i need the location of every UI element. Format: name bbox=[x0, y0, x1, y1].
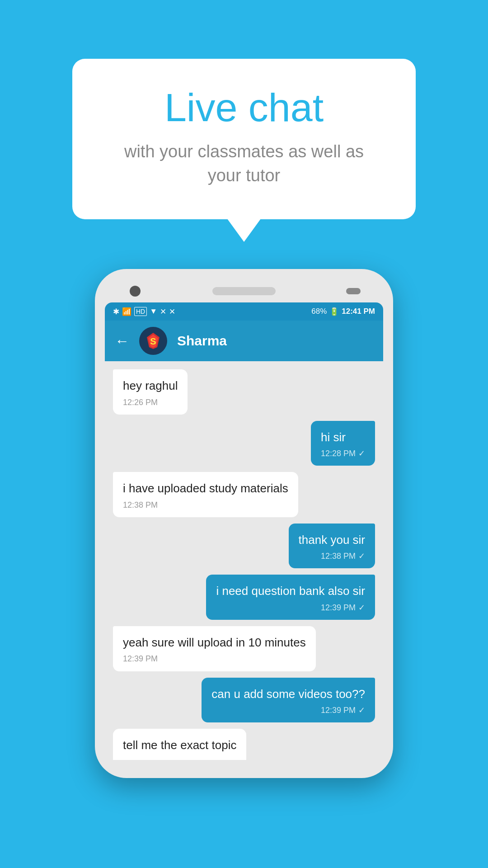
message-text-2: hi sir bbox=[321, 429, 365, 445]
message-text-4: thank you sir bbox=[299, 532, 365, 548]
phone-top-area bbox=[105, 279, 383, 302]
check-icon-4: ✓ bbox=[358, 551, 365, 562]
message-text-6: yeah sure will upload in 10 minutes bbox=[123, 634, 306, 651]
battery-percent: 68% bbox=[311, 307, 327, 316]
message-time-4: 12:38 PM✓ bbox=[299, 551, 365, 562]
message-time-1: 12:26 PM bbox=[123, 397, 178, 408]
message-text-1: hey raghul bbox=[123, 377, 178, 394]
network2-icon: ✕ bbox=[169, 307, 175, 316]
message-text-7: can u add some videos too?? bbox=[211, 686, 365, 702]
speech-bubble-card: Live chat with your classmates as well a… bbox=[72, 59, 416, 219]
message-row-1: hey raghul12:26 PM bbox=[113, 369, 375, 415]
message-row-6: yeah sure will upload in 10 minutes12:39… bbox=[113, 626, 375, 671]
bubble-1: hey raghul12:26 PM bbox=[113, 369, 188, 415]
message-row-7: can u add some videos too??12:39 PM✓ bbox=[113, 678, 375, 723]
bubble-6: yeah sure will upload in 10 minutes12:39… bbox=[113, 626, 316, 671]
bubble-4: thank you sir12:38 PM✓ bbox=[289, 524, 375, 569]
status-bar: ✱ 📶 HD ▼ ✕ ✕ 68% 🔋 12:41 PM bbox=[105, 302, 383, 321]
live-chat-title: Live chat bbox=[108, 86, 380, 130]
live-chat-subtitle: with your classmates as well as your tut… bbox=[108, 140, 380, 188]
check-icon-7: ✓ bbox=[358, 705, 365, 716]
message-time-2: 12:28 PM✓ bbox=[321, 448, 365, 459]
bubble-5: i need question bank also sir12:39 PM✓ bbox=[206, 575, 375, 620]
svg-text:S: S bbox=[150, 336, 156, 346]
status-right: 68% 🔋 12:41 PM bbox=[311, 307, 375, 316]
message-time-3: 12:38 PM bbox=[123, 500, 288, 511]
phone-mockup: ✱ 📶 HD ▼ ✕ ✕ 68% 🔋 12:41 PM bbox=[95, 269, 393, 778]
message-time-7: 12:39 PM✓ bbox=[211, 705, 365, 716]
front-camera bbox=[130, 286, 141, 297]
status-time: 12:41 PM bbox=[342, 307, 375, 316]
message-row-4: thank you sir12:38 PM✓ bbox=[113, 524, 375, 569]
message-time-6: 12:39 PM bbox=[123, 653, 306, 665]
phone-screen: ✱ 📶 HD ▼ ✕ ✕ 68% 🔋 12:41 PM bbox=[105, 302, 383, 768]
chat-app-header: ← S Sharma bbox=[105, 321, 383, 361]
status-left-icons: ✱ 📶 HD ▼ ✕ ✕ bbox=[113, 307, 175, 316]
bubble-3: i have uploaded study materials12:38 PM bbox=[113, 472, 298, 517]
check-icon-5: ✓ bbox=[358, 602, 365, 613]
phone-outer-shell: ✱ 📶 HD ▼ ✕ ✕ 68% 🔋 12:41 PM bbox=[95, 269, 393, 778]
wifi-icon: ▼ bbox=[150, 307, 157, 316]
message-text-5: i need question bank also sir bbox=[216, 583, 365, 599]
back-button[interactable]: ← bbox=[115, 333, 129, 349]
message-row-3: i have uploaded study materials12:38 PM bbox=[113, 472, 375, 517]
superman-logo-icon: S bbox=[142, 330, 164, 352]
contact-name: Sharma bbox=[177, 333, 227, 349]
chat-messages-area: hey raghul12:26 PMhi sir12:28 PM✓i have … bbox=[105, 361, 383, 768]
check-icon-2: ✓ bbox=[358, 448, 365, 459]
message-row-5: i need question bank also sir12:39 PM✓ bbox=[113, 575, 375, 620]
bluetooth-icon: ✱ bbox=[113, 307, 119, 316]
bubble-7: can u add some videos too??12:39 PM✓ bbox=[202, 678, 375, 723]
bubble-2: hi sir12:28 PM✓ bbox=[311, 421, 375, 466]
message-row-8: tell me the exact topic bbox=[113, 729, 375, 760]
contact-avatar: S bbox=[139, 327, 167, 355]
phone-button bbox=[346, 288, 361, 294]
battery-icon: 🔋 bbox=[329, 307, 339, 316]
bubble-8: tell me the exact topic bbox=[113, 729, 246, 760]
speaker-grille bbox=[212, 287, 276, 295]
network-icon: ✕ bbox=[160, 307, 166, 316]
signal-icon: 📶 bbox=[122, 307, 131, 316]
message-row-2: hi sir12:28 PM✓ bbox=[113, 421, 375, 466]
message-time-5: 12:39 PM✓ bbox=[216, 602, 365, 613]
hd-badge: HD bbox=[134, 307, 147, 316]
message-text-3: i have uploaded study materials bbox=[123, 480, 288, 496]
